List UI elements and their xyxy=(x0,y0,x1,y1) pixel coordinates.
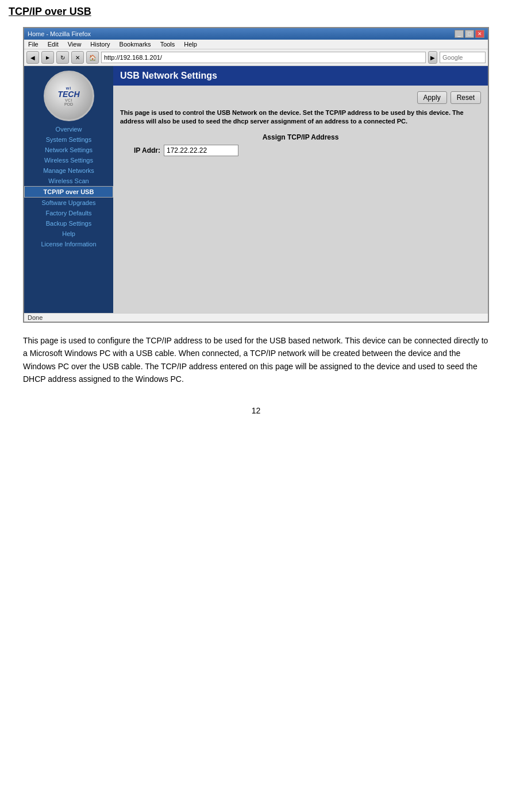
sidebar-item-wireless-scan[interactable]: Wireless Scan xyxy=(24,176,113,186)
browser-title: Home - Mozilla Firefox xyxy=(28,30,91,37)
sidebar-item-manage-networks[interactable]: Manage Networks xyxy=(24,165,113,176)
apply-button[interactable]: Apply xyxy=(417,91,447,104)
sidebar-item-overview[interactable]: Overview xyxy=(24,124,113,134)
address-bar[interactable] xyxy=(101,52,426,63)
search-bar[interactable] xyxy=(440,52,486,63)
sidebar: wi TECH VCI POD Overview System Settings… xyxy=(24,66,113,313)
sidebar-item-system-settings[interactable]: System Settings xyxy=(24,134,113,145)
sidebar-item-wireless-settings[interactable]: Wireless Settings xyxy=(24,155,113,165)
ip-form-row: IP Addr: xyxy=(120,145,481,156)
menu-edit[interactable]: Edit xyxy=(46,40,60,48)
sidebar-item-factory-defaults[interactable]: Factory Defaults xyxy=(24,208,113,218)
ip-input[interactable] xyxy=(164,145,238,156)
logo-vci-text: VCI xyxy=(65,98,72,102)
browser-content: wi TECH VCI POD Overview System Settings… xyxy=(24,66,488,313)
back-button[interactable]: ◀ xyxy=(26,51,39,64)
action-buttons: Apply Reset xyxy=(120,91,481,104)
address-bar-container: ▶ xyxy=(101,51,486,64)
menu-bookmarks[interactable]: Bookmarks xyxy=(118,40,153,48)
browser-titlebar: Home - Mozilla Firefox _ □ ✕ xyxy=(24,28,488,40)
maximize-button[interactable]: □ xyxy=(465,30,474,38)
sidebar-item-license-information[interactable]: License Information xyxy=(24,239,113,249)
ip-label: IP Addr: xyxy=(120,146,160,154)
browser-window: Home - Mozilla Firefox _ □ ✕ File Edit V… xyxy=(23,27,489,323)
status-bar: Done xyxy=(24,313,488,322)
sidebar-item-tcp-ip-over-usb[interactable]: TCP/IP over USB xyxy=(24,186,113,198)
sidebar-item-network-settings[interactable]: Network Settings xyxy=(24,145,113,155)
logo-pod-text: POD xyxy=(64,102,73,106)
menu-view[interactable]: View xyxy=(66,40,83,48)
body-description: This page is used to configure the TCP/I… xyxy=(0,328,512,395)
menu-history[interactable]: History xyxy=(88,40,111,48)
reset-button[interactable]: Reset xyxy=(451,91,481,104)
window-controls: _ □ ✕ xyxy=(455,30,484,38)
logo-tech-text: TECH xyxy=(57,90,79,98)
menu-file[interactable]: File xyxy=(26,40,40,48)
reload-button[interactable]: ↻ xyxy=(56,51,69,64)
main-content: USB Network Settings Apply Reset This pa… xyxy=(113,66,488,313)
menu-help[interactable]: Help xyxy=(182,40,199,48)
home-button[interactable]: 🏠 xyxy=(86,51,99,64)
content-description: This page is used to control the USB Net… xyxy=(120,109,481,126)
form-section: Assign TCP/IP Address IP Addr: xyxy=(120,133,481,156)
form-section-title: Assign TCP/IP Address xyxy=(120,133,481,141)
sidebar-item-backup-settings[interactable]: Backup Settings xyxy=(24,218,113,229)
content-header: USB Network Settings xyxy=(113,66,488,86)
page-number: 12 xyxy=(0,395,512,427)
browser-menubar: File Edit View History Bookmarks Tools H… xyxy=(24,40,488,49)
browser-toolbar: ◀ ▶ ↻ ✕ 🏠 ▶ xyxy=(24,49,488,66)
logo: wi TECH VCI POD xyxy=(44,71,94,121)
minimize-button[interactable]: _ xyxy=(455,30,464,38)
content-body: Apply Reset This page is used to control… xyxy=(113,86,488,162)
sidebar-nav: Overview System Settings Network Setting… xyxy=(24,124,113,249)
menu-tools[interactable]: Tools xyxy=(159,40,177,48)
sidebar-item-software-upgrades[interactable]: Software Upgrades xyxy=(24,198,113,208)
go-button[interactable]: ▶ xyxy=(428,51,437,64)
forward-button[interactable]: ▶ xyxy=(41,51,54,64)
stop-button[interactable]: ✕ xyxy=(71,51,84,64)
sidebar-item-help[interactable]: Help xyxy=(24,229,113,239)
page-title: TCP/IP over USB xyxy=(0,0,512,21)
close-button[interactable]: ✕ xyxy=(475,30,484,38)
